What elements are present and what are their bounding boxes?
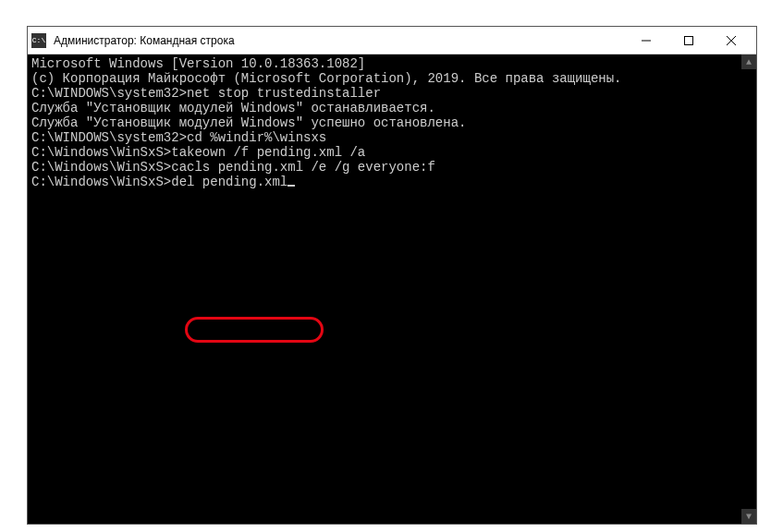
prompt: C:\Windows\WinSxS> bbox=[31, 145, 171, 160]
command: net stop trustedinstaller bbox=[187, 86, 381, 101]
window-controls bbox=[625, 27, 752, 54]
minimize-icon bbox=[642, 36, 651, 45]
cmd-icon: C:\ bbox=[31, 33, 46, 48]
prompt: C:\Windows\WinSxS> bbox=[31, 175, 171, 189]
prompt-line: C:\WINDOWS\system32>net stop trustedinst… bbox=[31, 86, 738, 101]
command: takeown /f pending.xml /a bbox=[171, 145, 365, 160]
close-button[interactable] bbox=[710, 27, 752, 54]
prompt: C:\WINDOWS\system32> bbox=[31, 86, 187, 101]
output-line: Microsoft Windows [Version 10.0.18363.10… bbox=[31, 56, 738, 71]
prompt-line: C:\Windows\WinSxS>takeown /f pending.xml… bbox=[31, 145, 738, 160]
terminal-output[interactable]: Microsoft Windows [Version 10.0.18363.10… bbox=[28, 54, 741, 524]
prompt-line: C:\Windows\WinSxS>cacls pending.xml /e /… bbox=[31, 160, 738, 175]
prompt: C:\Windows\WinSxS> bbox=[31, 160, 171, 175]
maximize-icon bbox=[684, 36, 693, 45]
svg-rect-1 bbox=[685, 36, 693, 44]
cursor bbox=[288, 185, 295, 187]
output-line: (c) Корпорация Майкрософт (Microsoft Cor… bbox=[31, 71, 738, 86]
output-line: Служба "Установщик модулей Windows" успе… bbox=[31, 115, 738, 130]
command-prompt-window: C:\ Администратор: Командная строка Micr… bbox=[27, 26, 757, 525]
maximize-button[interactable] bbox=[667, 27, 710, 54]
scroll-up-button[interactable]: ▲ bbox=[741, 54, 756, 69]
minimize-button[interactable] bbox=[625, 27, 667, 54]
prompt: C:\WINDOWS\system32> bbox=[31, 130, 187, 145]
output-line: Служба "Установщик модулей Windows" оста… bbox=[31, 101, 738, 115]
command: cd %windir%\winsxs bbox=[187, 130, 326, 145]
window-title: Администратор: Командная строка bbox=[54, 34, 625, 47]
command: del pending.xml bbox=[171, 175, 288, 189]
command: cacls pending.xml /e /g everyone:f bbox=[171, 160, 435, 175]
scroll-down-button[interactable]: ▼ bbox=[741, 509, 756, 524]
prompt-line: C:\WINDOWS\system32>cd %windir%\winsxs bbox=[31, 130, 738, 145]
prompt-line: C:\Windows\WinSxS>del pending.xml bbox=[31, 175, 738, 189]
close-icon bbox=[727, 36, 736, 45]
scrollbar[interactable]: ▲ ▼ bbox=[741, 54, 756, 524]
terminal-area: Microsoft Windows [Version 10.0.18363.10… bbox=[28, 54, 756, 524]
titlebar[interactable]: C:\ Администратор: Командная строка bbox=[28, 27, 756, 54]
